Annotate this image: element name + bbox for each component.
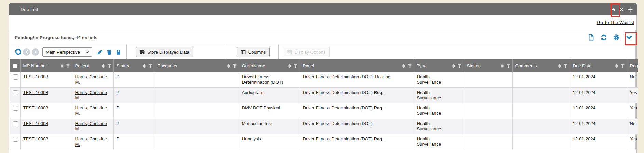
table-row: TEST-10008 Harris, Christine M. P Audiog… bbox=[10, 87, 638, 103]
filter-icon[interactable] bbox=[408, 64, 412, 68]
undo-icon[interactable] bbox=[14, 48, 21, 56]
sort-icon[interactable] bbox=[102, 64, 105, 68]
perspective-value: Main Perspective bbox=[46, 50, 80, 55]
next-chevron-right-icon[interactable] bbox=[32, 48, 39, 56]
mr-number-link[interactable]: TEST-10008 bbox=[23, 74, 48, 79]
req-value: Yes bbox=[630, 90, 637, 95]
filter-icon[interactable] bbox=[149, 64, 152, 68]
section-title: Pending/In Progress Items, 44 records bbox=[15, 35, 97, 40]
filter-icon[interactable] bbox=[294, 64, 298, 68]
move-icon[interactable] bbox=[627, 7, 633, 12]
col-encounter[interactable]: Encounter bbox=[155, 59, 239, 72]
select-all-checkbox[interactable] bbox=[13, 64, 17, 68]
row-checkbox[interactable] bbox=[13, 137, 18, 142]
row-checkbox[interactable] bbox=[13, 90, 18, 95]
col-label: Req bbox=[630, 63, 638, 68]
filter-icon[interactable] bbox=[458, 64, 462, 68]
row-checkbox[interactable] bbox=[13, 121, 18, 126]
patient-link[interactable]: Harris, Christine M. bbox=[75, 105, 107, 116]
req-value: Yes bbox=[630, 105, 637, 110]
due-list-screen: { "colors":{"accent":"#1b82c5","titlebar… bbox=[0, 0, 644, 153]
due-date-value: 12-01-2024 bbox=[573, 105, 596, 110]
req-value: No bbox=[630, 74, 636, 79]
filter-icon[interactable] bbox=[564, 64, 568, 68]
sort-icon[interactable] bbox=[558, 64, 561, 68]
panel-value: Driver Fitness Determination (DOT) bbox=[303, 121, 373, 126]
col-label: Patient bbox=[75, 63, 89, 68]
sort-icon[interactable] bbox=[501, 64, 504, 68]
col-comments[interactable]: Comments bbox=[512, 59, 570, 72]
delete-trash-icon[interactable] bbox=[106, 49, 112, 55]
col-status[interactable]: Status bbox=[113, 59, 155, 72]
filter-icon[interactable] bbox=[507, 64, 510, 68]
filter-icon[interactable] bbox=[621, 64, 625, 68]
row-checkbox[interactable] bbox=[13, 106, 18, 111]
panel-req-flag: Req. bbox=[374, 136, 384, 141]
new-document-icon[interactable] bbox=[588, 34, 594, 41]
panel-body: Go To The Waitlist Pending/In Progress I… bbox=[9, 15, 637, 153]
panel-value: Driver Fitness Determination (DOT) bbox=[303, 90, 374, 95]
mr-number-link[interactable]: TEST-10008 bbox=[23, 90, 48, 95]
col-label: Comments bbox=[515, 63, 537, 68]
table-row: TEST-10008 Harris, Christine M. P Driver… bbox=[10, 72, 638, 87]
col-type[interactable]: Type bbox=[414, 59, 464, 72]
col-due-date[interactable]: Due Date bbox=[570, 59, 627, 72]
status-value: P bbox=[117, 90, 120, 95]
columns-button[interactable]: Columns bbox=[237, 47, 270, 57]
mr-number-link[interactable]: TEST-10008 bbox=[23, 121, 48, 126]
col-station[interactable]: Station bbox=[464, 59, 512, 72]
expand-chevron-down-icon[interactable] bbox=[626, 34, 632, 41]
type-value: Health Surveillance bbox=[417, 136, 450, 148]
store-displayed-data-button[interactable]: Store Displayed Data bbox=[136, 47, 193, 57]
col-req[interactable]: Req bbox=[627, 59, 638, 72]
due-list-table: MR Number Patient Status Encounter Order… bbox=[10, 59, 638, 150]
go-to-waitlist-link[interactable]: Go To The Waitlist bbox=[597, 20, 634, 25]
header-row: MR Number Patient Status Encounter Order… bbox=[10, 59, 638, 72]
collapse-chevron-up-icon[interactable] bbox=[610, 7, 616, 12]
order-name-value: Urinalysis bbox=[242, 136, 261, 141]
sort-icon[interactable] bbox=[615, 64, 618, 68]
sort-icon[interactable] bbox=[143, 64, 146, 68]
row-checkbox[interactable] bbox=[13, 74, 18, 80]
sort-icon[interactable] bbox=[288, 64, 291, 68]
order-name-value: DMV DOT Physical bbox=[242, 105, 280, 110]
close-icon[interactable] bbox=[619, 7, 624, 12]
col-panel[interactable]: Panel bbox=[300, 59, 414, 72]
due-date-value: 12-01-2024 bbox=[573, 90, 596, 95]
sort-icon[interactable] bbox=[402, 64, 405, 68]
due-date-value: 12-01-2024 bbox=[573, 74, 596, 79]
mr-number-link[interactable]: TEST-10008 bbox=[23, 136, 48, 141]
filter-icon[interactable] bbox=[108, 64, 111, 68]
sort-icon[interactable] bbox=[61, 64, 63, 68]
col-label: MR Number bbox=[23, 63, 47, 68]
refresh-icon[interactable] bbox=[600, 34, 607, 41]
store-button-label: Store Displayed Data bbox=[147, 50, 189, 55]
lock-icon[interactable] bbox=[115, 49, 121, 55]
gear-icon[interactable] bbox=[613, 34, 620, 41]
col-label: Encounter bbox=[158, 63, 178, 68]
record-count: 44 records bbox=[74, 35, 97, 40]
section-header: Pending/In Progress Items, 44 records bbox=[10, 30, 635, 44]
perspective-select[interactable]: Main Perspective bbox=[42, 47, 92, 57]
mr-number-link[interactable]: TEST-10008 bbox=[23, 105, 48, 110]
pending-items-section: Pending/In Progress Items, 44 records bbox=[10, 30, 636, 150]
titlebar-actions bbox=[610, 3, 633, 15]
section-title-text: Pending/In Progress Items, bbox=[15, 35, 74, 40]
col-ordername[interactable]: OrderName bbox=[239, 59, 300, 72]
col-mr-number[interactable]: MR Number bbox=[20, 59, 72, 72]
filter-icon[interactable] bbox=[233, 64, 237, 68]
patient-link[interactable]: Harris, Christine M. bbox=[75, 90, 107, 100]
select-all-header[interactable] bbox=[10, 59, 20, 72]
columns-button-label: Columns bbox=[248, 50, 266, 55]
col-patient[interactable]: Patient bbox=[72, 59, 113, 72]
filter-icon[interactable] bbox=[66, 64, 70, 68]
prev-chevron-left-icon[interactable] bbox=[23, 48, 30, 56]
patient-link[interactable]: Harris, Christine M. bbox=[75, 121, 107, 131]
sort-icon[interactable] bbox=[452, 64, 455, 68]
sort-icon[interactable] bbox=[227, 64, 230, 68]
col-label: Type bbox=[417, 63, 427, 68]
patient-link[interactable]: Harris, Christine M. bbox=[75, 74, 107, 85]
display-options-label: Display Options bbox=[294, 50, 325, 55]
patient-link[interactable]: Harris, Christine M. bbox=[75, 136, 107, 147]
edit-pencil-icon[interactable] bbox=[97, 49, 103, 55]
